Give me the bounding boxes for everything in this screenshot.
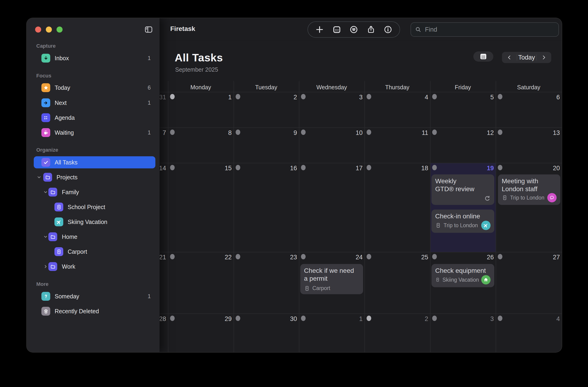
sidebar-toggle-button[interactable] <box>144 25 154 34</box>
sidebar-item-agenda[interactable]: Agenda <box>27 112 160 124</box>
sidebar-item-carport[interactable]: Carport <box>27 245 160 258</box>
sidebar-item-label: Today <box>55 84 70 91</box>
share-toolbar-button[interactable] <box>365 23 377 36</box>
day-status-dot <box>367 254 371 259</box>
sidebar-item-home[interactable]: Home <box>27 231 160 243</box>
sidebar-section-label: Focus <box>36 73 51 79</box>
calendar-day-cell[interactable] <box>299 313 364 352</box>
calendar-day-cell[interactable] <box>168 313 233 352</box>
calendar-day-cell[interactable] <box>168 252 233 313</box>
sidebar-item-label: Waiting <box>55 129 74 136</box>
calendar-day-cell[interactable] <box>496 252 562 313</box>
calendar-day-cell[interactable] <box>233 92 299 127</box>
sidebar-item-recently-deleted[interactable]: Recently Deleted <box>27 305 160 317</box>
calendar-day-cell[interactable] <box>496 92 562 127</box>
question-icon <box>42 292 50 301</box>
sidebar-item-next[interactable]: Next1 <box>27 97 160 109</box>
date-number: 1 <box>359 315 363 323</box>
date-number: 3 <box>490 315 494 323</box>
event-card[interactable]: Check if we needa permitCarport <box>300 264 363 294</box>
calendar-day-cell[interactable] <box>364 92 430 127</box>
calendar-day-cell[interactable] <box>364 252 430 313</box>
calendar-day-cell[interactable] <box>233 163 299 252</box>
share-icon <box>366 25 376 34</box>
doc-icon <box>54 247 63 256</box>
arrow-right-icon <box>42 98 50 107</box>
calendar-day-cell[interactable] <box>299 163 364 252</box>
event-card[interactable]: Check equipmentSkiing Vacation <box>431 264 494 287</box>
calendar-day-cell[interactable] <box>364 163 430 252</box>
event-title: Check if we needa permit <box>304 267 359 283</box>
date-number: 18 <box>421 165 428 172</box>
prev-period-button[interactable] <box>502 52 517 63</box>
day-status-dot <box>236 165 240 170</box>
info-toolbar-button[interactable] <box>382 23 394 36</box>
calendar-day-cell[interactable] <box>430 313 496 352</box>
next-period-button[interactable] <box>536 52 551 63</box>
mini-calendar-button[interactable] <box>473 51 493 62</box>
calendar-day-cell[interactable] <box>233 252 299 313</box>
day-status-dot <box>498 130 503 135</box>
sidebar-item-label: Family <box>62 189 79 196</box>
day-status-dot <box>432 316 437 321</box>
day-status-dot <box>432 94 437 99</box>
calendar-day-cell[interactable] <box>430 127 496 163</box>
count-badge: 1 <box>148 55 151 61</box>
sidebar-item-inbox[interactable]: Inbox1 <box>27 52 160 64</box>
sidebar-item-label: Work <box>62 263 75 270</box>
calendar-day-cell[interactable] <box>233 313 299 352</box>
doc-icon <box>54 203 63 211</box>
search-field-container[interactable] <box>411 22 559 37</box>
calendar-day-cell[interactable] <box>299 127 364 163</box>
filter-toolbar-button[interactable] <box>348 23 360 36</box>
calendar-day-cell[interactable] <box>496 313 562 352</box>
date-number: 1 <box>228 94 232 101</box>
plus-toolbar-button[interactable] <box>314 23 326 36</box>
event-project-label: Carport <box>312 285 330 291</box>
chevron-down-icon[interactable] <box>43 234 48 239</box>
chevron-left-icon <box>506 54 512 61</box>
sidebar-item-school-project[interactable]: School Project <box>27 201 160 213</box>
calendar-day-cell[interactable] <box>168 163 233 252</box>
sidebar-item-work[interactable]: Work <box>27 261 160 273</box>
day-status-dot <box>236 130 240 135</box>
agenda-icon <box>42 113 50 122</box>
calendar-day-cell[interactable] <box>364 313 430 352</box>
sidebar-item-projects[interactable]: Projects <box>27 171 160 183</box>
sidebar-item-label: Agenda <box>55 114 75 121</box>
sidebar-item-label: Next <box>55 100 66 106</box>
chevron-down-icon[interactable] <box>37 175 42 180</box>
calendar-day-cell[interactable] <box>233 127 299 163</box>
zoom-button[interactable] <box>57 26 63 33</box>
calendar-day-cell[interactable] <box>299 92 364 127</box>
calendar-toolbar-button[interactable] <box>331 23 343 36</box>
sidebar-toggle-icon <box>144 25 153 34</box>
event-card[interactable]: WeeklyGTD® review <box>431 174 494 205</box>
sidebar-item-family[interactable]: Family <box>27 186 160 198</box>
day-header-tuesday: Tuesday <box>255 84 277 91</box>
calendar-day-cell[interactable] <box>496 127 562 163</box>
calendar-day-cell[interactable] <box>168 92 233 127</box>
calendar-day-cell[interactable] <box>168 127 233 163</box>
day-status-dot <box>432 254 437 259</box>
close-button[interactable] <box>35 26 41 33</box>
event-card[interactable]: Meeting withLondon staffTrip to London <box>498 174 560 205</box>
sidebar-item-today[interactable]: Today6 <box>27 82 160 94</box>
day-status-dot <box>170 316 175 321</box>
event-card[interactable]: Check-in onlineTrip to London <box>431 209 494 233</box>
sidebar-item-skiing-vacation[interactable]: Skiing Vacation <box>27 216 160 228</box>
search-input[interactable] <box>424 26 555 34</box>
info-icon <box>383 25 393 34</box>
chevron-down-icon[interactable] <box>43 189 48 195</box>
chevron-right-icon[interactable] <box>43 264 48 269</box>
today-button[interactable]: Today <box>517 54 536 61</box>
refresh-icon <box>483 195 491 203</box>
calendar-day-cell[interactable] <box>364 127 430 163</box>
day-status-dot <box>498 316 503 321</box>
plus-icon <box>315 25 324 34</box>
sidebar-item-waiting[interactable]: Waiting1 <box>27 126 160 139</box>
sidebar-item-all-tasks[interactable]: All Tasks <box>27 156 160 168</box>
calendar-day-cell[interactable] <box>430 92 496 127</box>
minimize-button[interactable] <box>46 26 52 33</box>
sidebar-item-someday[interactable]: Someday1 <box>27 290 160 302</box>
